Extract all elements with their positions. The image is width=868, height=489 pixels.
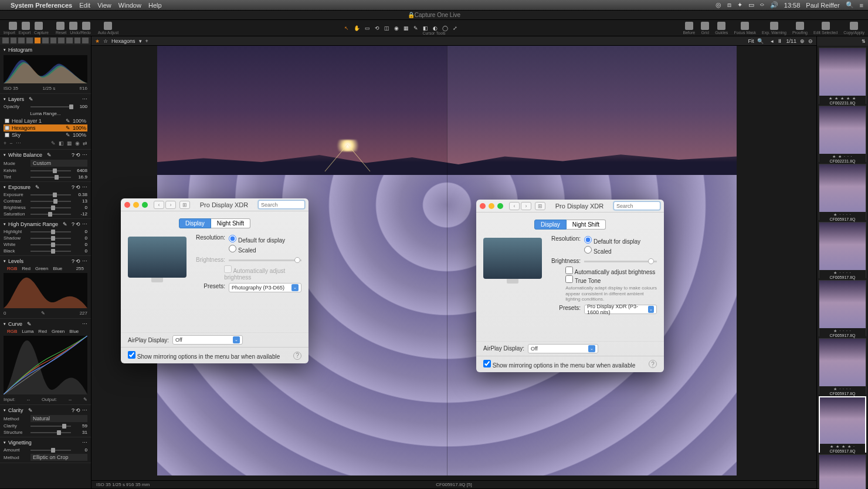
resolution-scaled-radio[interactable]: Scaled — [229, 244, 285, 254]
menu-extra-icon[interactable]: ≡ — [860, 2, 863, 9]
rating-stars[interactable]: ★ ★ · · · — [820, 154, 864, 159]
search-icon[interactable]: 🔍 — [757, 38, 764, 44]
cursor-tool-brush[interactable]: ✎ — [413, 25, 418, 31]
cursor-tool-pointer[interactable]: ↖ — [344, 25, 349, 31]
black-slider[interactable] — [30, 251, 71, 252]
add-icon[interactable]: + — [145, 38, 148, 44]
rating-stars[interactable]: ★ · · · · — [820, 387, 864, 392]
thumbnail[interactable]: ★ · · · ·CF005917.IIQ — [819, 338, 866, 394]
copy-apply-icon[interactable] — [850, 22, 858, 30]
menubar-user[interactable]: Paul Reiffer — [806, 2, 839, 9]
tool-tab-10[interactable] — [74, 38, 81, 43]
vignette-slider[interactable] — [30, 450, 71, 451]
curve-ch-red[interactable]: Red — [38, 329, 47, 334]
radial-icon[interactable]: ◉ — [75, 140, 80, 146]
checkbox-icon[interactable] — [5, 133, 9, 137]
curve-ch-rgb[interactable]: RGB — [7, 329, 17, 334]
auto-adjust-icon[interactable] — [104, 22, 112, 30]
checkbox-icon[interactable] — [5, 126, 9, 130]
structure-slider[interactable] — [30, 432, 71, 433]
tint-slider[interactable] — [30, 177, 71, 178]
zoom-in-icon[interactable]: ⊕ — [800, 38, 805, 44]
resolution-default-radio[interactable]: Default for display — [229, 234, 285, 244]
grid-view-button[interactable]: ⊞ — [535, 202, 545, 210]
exp-warning-icon[interactable] — [770, 22, 778, 30]
menubar-clock[interactable]: 13:58 — [784, 2, 801, 9]
status-icon-2[interactable]: ✦ — [737, 1, 742, 9]
brightness-slider[interactable] — [30, 207, 71, 208]
redo-icon[interactable] — [82, 22, 90, 30]
menu-edit[interactable]: Edit — [79, 2, 90, 9]
resolution-scaled-radio[interactable]: Scaled — [584, 245, 640, 255]
status-icon[interactable]: ◎ — [716, 1, 721, 9]
layer-row[interactable]: Hexagons✎100% — [4, 124, 87, 131]
levels-ch-red[interactable]: Red — [22, 266, 30, 271]
tab-display[interactable]: Display — [179, 218, 211, 228]
wb-mode-select[interactable]: Custom — [30, 160, 87, 167]
import-icon[interactable] — [9, 22, 17, 30]
brightness-slider[interactable] — [584, 261, 657, 262]
luma-range-button[interactable]: Luma Range... — [4, 110, 87, 117]
white-slider[interactable] — [30, 244, 71, 245]
guides-icon[interactable] — [717, 22, 725, 30]
forward-button[interactable]: › — [165, 201, 176, 209]
tool-tab-9[interactable] — [66, 38, 73, 43]
layer-row[interactable]: Sky✎100% — [4, 131, 87, 139]
tool-tab-3[interactable] — [18, 38, 25, 43]
close-icon[interactable] — [480, 203, 486, 209]
help-button[interactable]: ? — [649, 360, 657, 368]
close-icon[interactable] — [124, 202, 130, 208]
clarity-slider[interactable] — [30, 426, 71, 427]
back-button[interactable]: ‹ — [154, 201, 164, 209]
cursor-tool-mask[interactable]: ▦ — [404, 25, 409, 31]
minimize-icon[interactable] — [133, 202, 139, 208]
fit-label[interactable]: Fit — [748, 38, 754, 44]
curve-ch-blue[interactable]: Blue — [69, 329, 79, 334]
tab-night-shift[interactable]: Night Shift — [567, 220, 606, 230]
thumbnail[interactable]: ★ ★ · · ·CF002231.IIQ — [819, 106, 866, 162]
dropdown-icon[interactable]: ▾ — [139, 38, 142, 44]
sort-icon[interactable]: ⇅ — [862, 39, 866, 44]
pause-icon[interactable]: ⏸ — [777, 38, 782, 44]
auto-brightness-checkbox[interactable]: Automatically adjust brightness — [565, 269, 655, 275]
breadcrumb-name[interactable]: Hexagons — [111, 38, 135, 44]
thumbnail[interactable]: ★ · · · ·CF005917.IIQ — [819, 222, 866, 278]
saturation-slider[interactable] — [30, 214, 71, 215]
tab-night-shift[interactable]: Night Shift — [211, 218, 250, 228]
tool-tab-7[interactable] — [50, 38, 57, 43]
curve-graph[interactable] — [4, 336, 87, 394]
resolution-default-radio[interactable]: Default for display — [584, 235, 640, 245]
vignette-method-select[interactable]: Elliptic on Crop — [30, 454, 87, 461]
grid-view-button[interactable]: ⊞ — [179, 201, 190, 209]
airplay-select[interactable]: Off⌄ — [528, 344, 598, 353]
layer-row[interactable]: Heal Layer 1✎100% — [4, 117, 87, 124]
cursor-tool-rotate[interactable]: ⟲ — [375, 25, 379, 31]
menu-help[interactable]: Help — [148, 2, 162, 9]
thumbnail[interactable]: ★ · · · ·CF005917.IIQ — [819, 280, 866, 336]
brush-icon[interactable]: ✎ — [51, 140, 56, 146]
levels-ch-rgb[interactable]: RGB — [7, 266, 17, 271]
tool-tab-11[interactable] — [82, 38, 89, 43]
before-after-icon[interactable] — [685, 22, 693, 30]
layer-action-icon[interactable]: ⋯ — [16, 140, 21, 146]
curve-ch-luma[interactable]: Luma — [22, 329, 33, 334]
cursor-tool-crop[interactable]: ▭ — [365, 25, 370, 31]
rating-stars[interactable]: ★ ★ ★ ★ ★ — [820, 96, 864, 101]
mirror-checkbox[interactable]: Show mirroring options in the menu bar w… — [483, 360, 635, 369]
reset-icon[interactable] — [56, 22, 65, 30]
invert-icon[interactable]: ⇄ — [83, 140, 87, 146]
search-input[interactable] — [258, 200, 305, 209]
airplay-select[interactable]: Off⌄ — [172, 335, 243, 345]
star-outline-icon[interactable]: ☆ — [103, 38, 108, 44]
curve-ch-green[interactable]: Green — [52, 329, 65, 334]
kelvin-slider[interactable] — [30, 170, 71, 171]
rating-stars[interactable]: ★ · · · · — [820, 271, 864, 275]
prev-icon[interactable]: ◂ — [771, 38, 774, 44]
airplay-icon[interactable]: ▭ — [748, 1, 754, 9]
forward-button[interactable]: › — [521, 202, 531, 210]
rating-stars[interactable]: ★ · · · · — [820, 329, 864, 333]
menu-view[interactable]: View — [97, 2, 111, 9]
eraser-icon[interactable]: ◧ — [59, 140, 64, 146]
presets-select[interactable]: Photography (P3-D65)⌄ — [229, 283, 301, 292]
thumbnail[interactable]: · · · · ·CF005917.IIQ — [819, 454, 866, 489]
